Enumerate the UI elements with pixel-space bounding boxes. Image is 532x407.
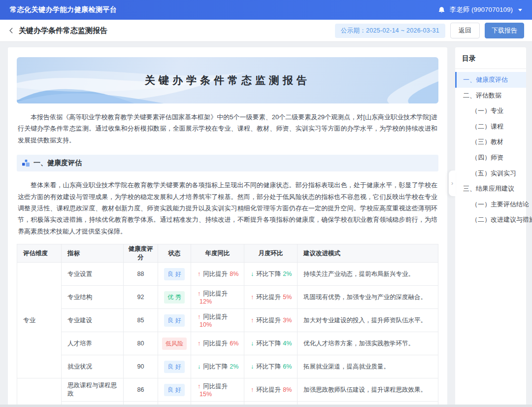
topbar: 常态化关键办学能力健康检测平台 李老师 (9907070109) (0, 0, 532, 20)
report-intro: 本报告依据《高等职业学校教育教学关键要素评估国家基本框架》中的5个一级要素、20… (18, 111, 437, 146)
trend-value: 2% (283, 271, 292, 277)
table-row: 专业专业设置88良 好↑同比提升8%↓环比下降2%持续关注产业动态，提前布局新兴… (17, 263, 438, 286)
trend-value: 4% (283, 340, 292, 347)
trend-label: 同比提升 (203, 340, 228, 347)
trend-cell: ↓环比下降6% (244, 355, 298, 378)
app-title: 常态化关键办学能力健康检测平台 (10, 5, 117, 14)
arrow-up-icon: ↑ (251, 386, 254, 393)
cell-status: 良 好 (158, 378, 191, 402)
download-report-button[interactable]: 下载报告 (485, 23, 524, 38)
cell-suggestion: 巩固现有优势，加强专业与产业的深度融合。 (298, 286, 438, 309)
table-row: 就业状况90良 好↓同比下降2%↓环比下降6%拓展就业渠道，提高就业质量。 (17, 355, 438, 378)
trend-value: 15% (200, 391, 212, 398)
trend-cell: ↓环比下降2% (244, 263, 298, 286)
status-badge: 良 好 (164, 361, 184, 373)
cell-status: 良 好 (158, 309, 191, 332)
toc-list: 一、健康度评估二、评估数据（一）专业（二）课程（三）教材（四）师资（五）实训实习… (455, 69, 526, 228)
toc-title: 目录 (455, 47, 526, 69)
trend-label: 同比提升 (203, 383, 228, 390)
toc-item[interactable]: （三）教材 (455, 134, 526, 150)
arrow-up-icon: ↑ (198, 290, 200, 297)
report-card: 关键办学条件常态监测报告 本报告依据《高等职业学校教育教学关键要素评估国家基本框… (8, 47, 447, 407)
return-button[interactable]: 返回 (450, 23, 480, 38)
status-badge: 良 好 (164, 384, 184, 396)
trend-cell: ↓环比下降4% (244, 332, 298, 355)
trend-cell: ↑同比提升10% (191, 309, 244, 332)
trend-cell: ↓同比下降2% (191, 355, 244, 378)
trend-value: 8% (283, 386, 292, 393)
status-badge: 良 好 (164, 268, 184, 280)
trend-value: 8% (230, 271, 238, 277)
trend-cell: ↑环比提升5% (244, 286, 298, 309)
report-banner: 关键办学条件常态监测报告 (17, 57, 438, 103)
cell-dimension: 课程 (17, 378, 62, 407)
toc-item[interactable]: 一、健康度评估 (455, 72, 526, 88)
toc-item[interactable]: （二）课程 (455, 119, 526, 135)
blocks-icon (22, 160, 30, 167)
trend-label: 同比提升 (203, 290, 228, 297)
cell-score: 90 (124, 355, 158, 378)
trend-label: 环比提升 (256, 386, 281, 393)
cell-status: 良 好 (158, 263, 191, 286)
trend-cell: ↑同比提升6% (191, 332, 244, 355)
report-table: 评估维度指标健康度评分状态年度同比月度环比建议改进模式 专业专业设置88良 好↑… (17, 244, 438, 407)
cell-indicator: 就业状况 (62, 355, 124, 378)
cell-indicator: 专业结构 (62, 286, 124, 309)
table-row: 专业建设85良 好↑同比提升10%↑环比提升3%加大对专业建设的投入，提升师资队… (17, 309, 438, 332)
trend-value: 5% (283, 294, 292, 301)
trend-cell: ↑同比提升12% (191, 286, 244, 309)
trend-label: 同比提升 (203, 271, 228, 277)
toc-item[interactable]: （二）改进建议与措施 (455, 212, 526, 228)
column-header: 指标 (62, 244, 124, 263)
back-chevron-icon[interactable] (8, 27, 15, 34)
toc-item[interactable]: （四）师资 (455, 150, 526, 166)
trend-label: 同比下降 (203, 363, 228, 370)
cell-score: 85 (124, 309, 158, 332)
trend-cell: ↑同比提升8% (191, 263, 244, 286)
table-header: 评估维度指标健康度评分状态年度同比月度环比建议改进模式 (17, 244, 438, 263)
toc-item[interactable]: （一）主要评估结论 (455, 197, 526, 212)
arrow-down-icon: ↓ (251, 363, 254, 370)
column-header: 状态 (158, 244, 191, 263)
toc-item[interactable]: 三、结果应用建议 (455, 181, 526, 197)
column-header: 评估维度 (17, 244, 62, 263)
page-title: 关键办学条件常态监测报告 (19, 26, 107, 35)
toc-item[interactable]: 二、评估数据 (455, 88, 526, 103)
horizontal-scrollbar[interactable] (0, 405, 532, 407)
user-menu[interactable]: 李老师 (9907070109) (438, 5, 522, 14)
cell-indicator: 专业建设 (62, 309, 124, 332)
trend-cell: ↑同比提升15% (191, 378, 244, 402)
column-header: 月度环比 (244, 244, 298, 263)
cell-score: 86 (124, 378, 158, 402)
arrow-down-icon: ↓ (198, 363, 200, 370)
cell-suggestion: 加大对专业建设的投入，提升师资队伍水平。 (298, 309, 438, 332)
cell-suggestion: 持续关注产业动态，提前布局新兴专业。 (298, 263, 438, 286)
toc-item[interactable]: （一）专业 (455, 103, 526, 119)
section-title: 一、健康度评估 (33, 159, 82, 168)
status-badge: 低风险 (162, 338, 187, 350)
page-header: 关键办学条件常态监测报告 公示期：2025-02-14 ~ 2026-03-31… (0, 20, 532, 41)
arrow-up-icon: ↑ (198, 383, 200, 390)
column-header: 健康度评分 (124, 244, 158, 263)
section-header-health: 一、健康度评估 (17, 155, 438, 171)
cell-status: 优 秀 (158, 286, 191, 309)
cell-suggestion: 优化人才培养方案，加强实践教学环节。 (298, 332, 438, 355)
toc-item[interactable]: （五）实训实习 (455, 166, 526, 181)
arrow-down-icon: ↓ (251, 271, 254, 277)
cell-indicator: 专业设置 (62, 263, 124, 286)
table-row: 课程思政课程与课程思政86良 好↑同比提升15%↑环比提升8%加强思政教师队伍建… (17, 378, 438, 402)
table-row: 人才培养80低风险↑同比提升6%↓环比下降4%优化人才培养方案，加强实践教学环节… (17, 332, 438, 355)
trend-label: 环比提升 (256, 294, 281, 301)
table-header-row: 评估维度指标健康度评分状态年度同比月度环比建议改进模式 (17, 244, 438, 263)
cell-indicator: 思政课程与课程思政 (62, 378, 124, 402)
toc-collapse-handle[interactable]: › (449, 170, 456, 196)
trend-label: 环比下降 (256, 340, 281, 347)
trend-value: 10% (200, 321, 212, 328)
column-header: 建议改进模式 (298, 244, 438, 263)
arrow-up-icon: ↑ (198, 340, 200, 347)
cell-indicator: 人才培养 (62, 332, 124, 355)
table-row: 专业结构92优 秀↑同比提升12%↑环比提升5%巩固现有优势，加强专业与产业的深… (17, 286, 438, 309)
trend-cell: ↑环比提升3% (244, 309, 298, 332)
notification-bell-icon[interactable] (438, 6, 445, 14)
trend-label: 环比下降 (256, 271, 281, 277)
